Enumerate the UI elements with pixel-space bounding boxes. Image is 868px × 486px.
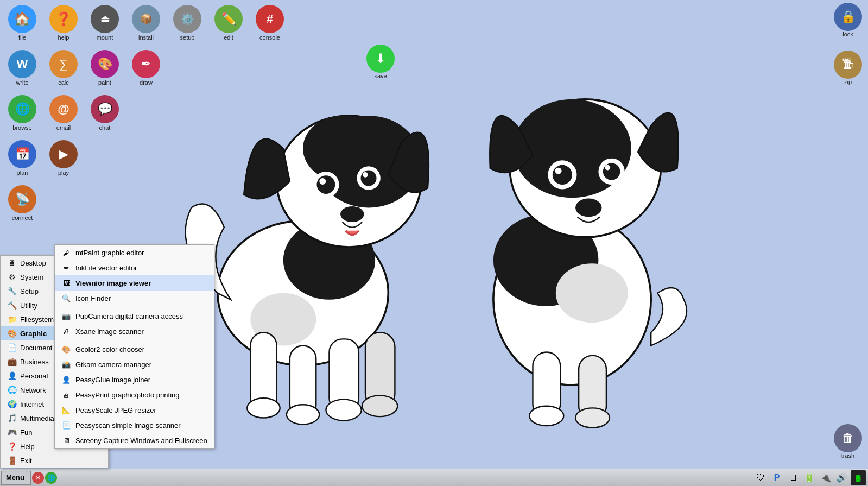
submenu-inklite[interactable]: ✒ InkLite vector editor <box>55 260 214 275</box>
submenu-xsane-label: Xsane image scanner <box>75 327 144 336</box>
taskbar-terminal-icon[interactable]: ▓ <box>851 470 866 485</box>
lock-icon-item[interactable]: 🔒 lock <box>831 3 865 37</box>
submenu-xsane[interactable]: 🖨 Xsane image scanner <box>55 324 214 339</box>
menu-desktop-label: Desktop <box>20 259 46 267</box>
menu-utility-label: Utility <box>20 301 37 310</box>
draw-icon: ✒ <box>132 50 160 78</box>
xsane-icon: 🖨 <box>61 326 71 336</box>
email-icon-item[interactable]: @ email <box>44 93 83 136</box>
taskbar-battery-icon[interactable]: 🔋 <box>802 470 817 485</box>
mount-icon-item[interactable]: ⏏ mount <box>85 3 124 46</box>
submenu-peasyprint[interactable]: 🖨 PeasyPrint graphic/photo printing <box>55 387 214 402</box>
menu-exit[interactable]: 🚪 Exit <box>1 453 108 468</box>
iconfinder-icon: 🔍 <box>61 293 71 303</box>
svg-point-16 <box>287 405 319 424</box>
write-icon-item[interactable]: W write <box>3 48 42 91</box>
calc-icon: ∑ <box>49 50 78 78</box>
svg-point-30 <box>603 163 620 180</box>
paint-icon: 🎨 <box>91 50 119 78</box>
desktop-menu-icon: 🖥 <box>7 258 17 268</box>
submenu-peasyscan-label: Peasyscan simple image scanner <box>75 421 181 430</box>
third-row-icons: 🌐 browse @ email 💬 chat <box>3 93 124 136</box>
edit-icon-item[interactable]: ✏️ edit <box>209 3 248 46</box>
exit-menu-icon: 🚪 <box>7 456 17 465</box>
help-icon: ❓ <box>49 5 78 33</box>
draw-icon-item[interactable]: ✒ draw <box>126 48 166 91</box>
submenu-peasyscale-label: PeasyScale JPEG resizer <box>75 406 156 414</box>
submenu-viewnior-label: Viewnior image viewer <box>75 279 151 287</box>
fifth-row-icons: 📡 connect <box>3 183 42 226</box>
submenu-pupcamera-label: PupCamera digital camera access <box>75 312 183 320</box>
setup-menu-icon: 🔧 <box>7 286 17 296</box>
connect-icon-item[interactable]: 📡 connect <box>3 183 42 226</box>
svg-point-10 <box>361 170 377 186</box>
zip-icon: 🗜 <box>834 51 862 79</box>
taskbar-p-icon[interactable]: P <box>769 470 784 485</box>
menu-multimedia-label: Multimedia <box>20 414 54 422</box>
submenu-peasyscale[interactable]: 📐 PeasyScale JPEG resizer <box>55 402 214 418</box>
taskbar-network-icon[interactable]: 🔌 <box>818 470 833 485</box>
svg-point-27 <box>553 165 572 185</box>
personal-menu-icon: 👤 <box>7 371 17 381</box>
fourth-row-icons: 📅 plan ▶ play <box>3 138 83 181</box>
gtkam-icon: 📸 <box>61 359 71 369</box>
submenu-mtpaint[interactable]: 🖌 mtPaint graphic editor <box>55 245 214 260</box>
paint-label: paint <box>98 79 111 86</box>
zip-icon-item[interactable]: 🗜 zip <box>831 51 865 85</box>
svg-point-31 <box>605 165 611 171</box>
lock-label: lock <box>842 31 853 37</box>
svg-point-15 <box>247 398 280 418</box>
play-label: play <box>58 169 69 176</box>
taskbar-close-btn[interactable]: ✕ <box>32 472 44 484</box>
menu-network-label: Network <box>20 386 46 394</box>
svg-point-32 <box>575 198 601 217</box>
install-icon-item[interactable]: 📦 install <box>126 3 166 46</box>
install-label: install <box>138 34 154 41</box>
console-icon: # <box>256 5 284 33</box>
taskbar-globe-icon[interactable]: 🌐 <box>45 472 57 484</box>
business-menu-icon: 💼 <box>7 357 17 367</box>
help-icon-item[interactable]: ❓ help <box>44 3 83 46</box>
calc-icon-item[interactable]: ∑ calc <box>44 48 83 91</box>
console-icon-item[interactable]: # console <box>250 3 289 46</box>
save-icon-item[interactable]: ⬇ save <box>366 45 395 79</box>
multimedia-menu-icon: 🎵 <box>7 413 17 423</box>
paint-icon-item[interactable]: 🎨 paint <box>85 48 124 91</box>
menu-button[interactable]: Menu <box>1 471 31 485</box>
taskbar-x-icon[interactable]: ✕ <box>32 472 44 484</box>
submenu-screeny-label: Screeny Capture Windows and Fullscreen <box>75 437 207 445</box>
svg-point-8 <box>319 178 326 185</box>
taskbar-screen-icon[interactable]: 🖥 <box>785 470 801 485</box>
browse-icon-item[interactable]: 🌐 browse <box>3 93 42 136</box>
taskbar-volume-icon[interactable]: 🔊 <box>834 470 850 485</box>
submenu-iconfinder[interactable]: 🔍 Icon Finder <box>55 291 214 306</box>
menu-button-label: Menu <box>6 474 24 482</box>
plan-icon-item[interactable]: 📅 plan <box>3 138 42 181</box>
submenu-peasyprint-label: PeasyPrint graphic/photo printing <box>75 391 180 399</box>
taskbar: Menu ✕ 🌐 🛡 P 🖥 🔋 🔌 🔊 ▓ <box>0 469 868 486</box>
connect-label: connect <box>12 214 33 221</box>
zip-label: zip <box>844 79 852 85</box>
graphic-menu-icon: 🎨 <box>7 329 17 338</box>
file-icon-item[interactable]: 🏠 file <box>3 3 42 46</box>
submenu-gcolor2[interactable]: 🎨 Gcolor2 color chooser <box>55 342 214 357</box>
chat-icon-item[interactable]: 💬 chat <box>85 93 124 136</box>
menu-help-label: Help <box>20 443 35 451</box>
submenu-gtkam[interactable]: 📸 Gtkam camera manager <box>55 357 214 372</box>
taskbar-globe-btn[interactable]: 🌐 <box>45 472 57 484</box>
trash-icon-item[interactable]: 🗑 trash <box>831 424 865 459</box>
submenu-sep2 <box>55 340 214 340</box>
taskbar-shield-icon[interactable]: 🛡 <box>753 470 768 485</box>
svg-point-28 <box>555 168 562 174</box>
submenu-screeny[interactable]: 🖥 Screeny Capture Windows and Fullscreen <box>55 433 214 448</box>
submenu-viewnior[interactable]: 🖼 Viewnior image viewer <box>55 275 214 291</box>
submenu-peasyscan[interactable]: 📃 Peasyscan simple image scanner <box>55 418 214 433</box>
setup-icon-item[interactable]: ⚙️ setup <box>168 3 207 46</box>
svg-point-19 <box>326 400 361 421</box>
chat-label: chat <box>99 124 111 131</box>
play-icon-item[interactable]: ▶ play <box>44 138 83 181</box>
browse-label: browse <box>12 124 31 131</box>
edit-icon: ✏️ <box>214 5 243 33</box>
submenu-pupcamera[interactable]: 📷 PupCamera digital camera access <box>55 308 214 324</box>
submenu-peasyglue[interactable]: 👤 PeasyGlue image joiner <box>55 372 214 387</box>
